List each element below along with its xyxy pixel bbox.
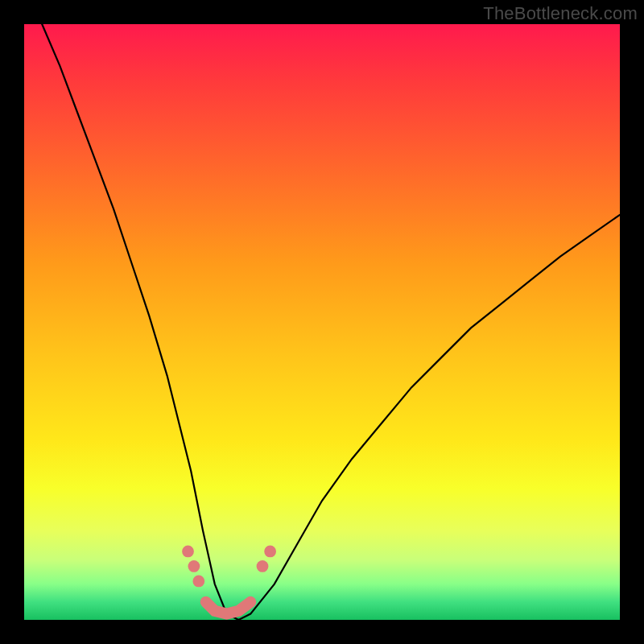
bottleneck-curve [42,24,620,620]
curve-marker [188,560,200,572]
curve-marker [257,560,269,572]
curve-marker [192,576,204,588]
watermark-text: TheBottleneck.com [483,3,638,24]
valley-band [206,602,251,614]
chart-frame: TheBottleneck.com [0,0,644,644]
plot-svg [24,24,620,620]
curve-marker [264,546,276,558]
plot-area [24,24,620,620]
curve-marker [182,546,194,558]
